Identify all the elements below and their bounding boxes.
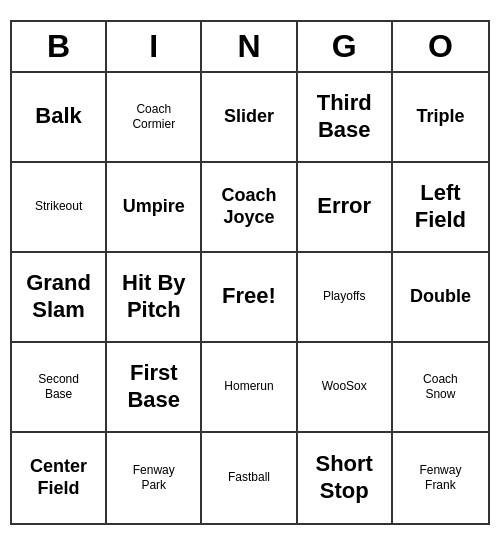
bingo-cell: FirstBase xyxy=(107,343,202,433)
cell-label: Umpire xyxy=(123,196,185,218)
cell-label: WooSox xyxy=(322,379,367,393)
bingo-cell: ThirdBase xyxy=(298,73,393,163)
header-letter: B xyxy=(12,22,107,71)
cell-label: CoachJoyce xyxy=(221,185,276,228)
bingo-cell: Homerun xyxy=(202,343,297,433)
cell-label: Free! xyxy=(222,283,276,309)
bingo-cell: Umpire xyxy=(107,163,202,253)
bingo-cell: CoachJoyce xyxy=(202,163,297,253)
cell-label: Fastball xyxy=(228,470,270,484)
cell-label: Strikeout xyxy=(35,199,82,213)
cell-label: ShortStop xyxy=(315,451,372,504)
bingo-cell: SecondBase xyxy=(12,343,107,433)
header-letter: N xyxy=(202,22,297,71)
bingo-cell: WooSox xyxy=(298,343,393,433)
bingo-cell: FenwayFrank xyxy=(393,433,488,523)
cell-label: Slider xyxy=(224,106,274,128)
cell-label: ThirdBase xyxy=(317,90,372,143)
bingo-cell: Free! xyxy=(202,253,297,343)
cell-label: FenwayFrank xyxy=(419,463,461,492)
bingo-cell: CoachSnow xyxy=(393,343,488,433)
bingo-grid: BalkCoachCormierSliderThirdBaseTripleStr… xyxy=(12,73,488,523)
bingo-cell: LeftField xyxy=(393,163,488,253)
bingo-cell: Double xyxy=(393,253,488,343)
bingo-cell: Triple xyxy=(393,73,488,163)
bingo-cell: FenwayPark xyxy=(107,433,202,523)
bingo-cell: CenterField xyxy=(12,433,107,523)
cell-label: Playoffs xyxy=(323,289,365,303)
cell-label: FenwayPark xyxy=(133,463,175,492)
bingo-cell: Balk xyxy=(12,73,107,163)
bingo-cell: ShortStop xyxy=(298,433,393,523)
cell-label: Double xyxy=(410,286,471,308)
cell-label: Hit ByPitch xyxy=(122,270,186,323)
cell-label: CoachCormier xyxy=(132,102,175,131)
bingo-cell: Fastball xyxy=(202,433,297,523)
bingo-cell: Playoffs xyxy=(298,253,393,343)
header-letter: G xyxy=(298,22,393,71)
bingo-cell: Error xyxy=(298,163,393,253)
cell-label: Homerun xyxy=(224,379,273,393)
bingo-card: BINGO BalkCoachCormierSliderThirdBaseTri… xyxy=(10,20,490,525)
cell-label: GrandSlam xyxy=(26,270,91,323)
cell-label: Balk xyxy=(35,103,81,129)
cell-label: CoachSnow xyxy=(423,372,458,401)
bingo-cell: Strikeout xyxy=(12,163,107,253)
header-letter: O xyxy=(393,22,488,71)
cell-label: FirstBase xyxy=(127,360,180,413)
bingo-cell: Hit ByPitch xyxy=(107,253,202,343)
cell-label: Error xyxy=(317,193,371,219)
cell-label: Triple xyxy=(416,106,464,128)
bingo-header: BINGO xyxy=(12,22,488,73)
cell-label: SecondBase xyxy=(38,372,79,401)
bingo-cell: Slider xyxy=(202,73,297,163)
cell-label: LeftField xyxy=(415,180,466,233)
bingo-cell: GrandSlam xyxy=(12,253,107,343)
header-letter: I xyxy=(107,22,202,71)
bingo-cell: CoachCormier xyxy=(107,73,202,163)
cell-label: CenterField xyxy=(30,456,87,499)
